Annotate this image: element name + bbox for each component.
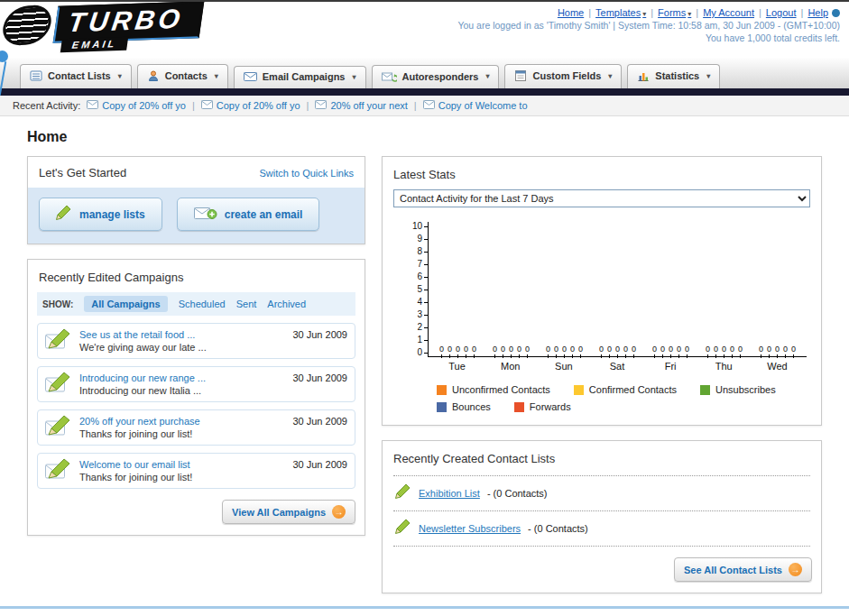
recent-activity-item[interactable]: Copy of Welcome to [423, 100, 528, 111]
see-all-contact-lists-button[interactable]: See All Contact Lists → [674, 557, 812, 582]
chart-y-tick: 10 [408, 222, 428, 231]
legend-item: Confirmed Contacts [574, 384, 677, 395]
chart-x-label: Thu [697, 361, 751, 372]
tab-autoresponders[interactable]: Autoresponders ▾ [372, 65, 500, 88]
legend-item: Bounces [437, 401, 491, 412]
chart-day-group: 00000 [538, 345, 591, 356]
left-column: Let's Get Started Switch to Quick Links … [27, 156, 365, 536]
top-link-help[interactable]: Help [807, 7, 828, 18]
get-started-title: Let's Get Started [39, 166, 126, 179]
filter-scheduled[interactable]: Scheduled [179, 299, 226, 309]
chart-day-group: 00000 [751, 345, 804, 356]
arrow-circle-icon: → [332, 505, 346, 519]
contact-list-link[interactable]: Newsletter Subscribers [419, 523, 521, 534]
top-link-logout[interactable]: Logout [766, 7, 797, 18]
tab-custom-fields[interactable]: Custom Fields ▾ [504, 64, 622, 88]
main-content: Home Let's Get Started Switch to Quick L… [0, 116, 849, 593]
recent-activity-item[interactable]: Copy of 20% off yo [201, 100, 300, 111]
legend-swatch [514, 402, 524, 412]
chart-day-group: 00000 [431, 345, 484, 356]
view-all-campaigns-button[interactable]: View All Campaigns → [222, 500, 355, 524]
campaign-subtitle: Thanks for joining our list! [79, 428, 347, 439]
create-email-button[interactable]: create an email [177, 198, 320, 231]
contacts-icon [147, 69, 160, 82]
campaigns-panel-title: Recently Edited Campaigns [39, 271, 183, 284]
page-title: Home [27, 129, 822, 145]
top-nav: Home| Templates▾| Forms▾| My Account| Lo… [558, 7, 840, 18]
filter-archived[interactable]: Archived [267, 299, 306, 309]
recent-campaigns-panel: Recently Edited Campaigns SHOW: All Camp… [27, 259, 365, 536]
get-started-panel: Let's Get Started Switch to Quick Links … [27, 156, 365, 244]
main-nav: Contact Lists ▾ Contacts ▾ Email Campaig… [0, 58, 849, 88]
campaign-subtitle: Introducing our new Italia ... [79, 385, 347, 396]
chevron-down-icon: ▾ [352, 73, 355, 81]
tab-statistics[interactable]: Statistics ▾ [627, 64, 720, 88]
chart-x-label: Mon [484, 361, 537, 372]
tab-label: Custom Fields [532, 70, 601, 81]
recent-activity-link[interactable]: Copy of Welcome to [438, 100, 528, 111]
top-link-my-account[interactable]: My Account [703, 7, 754, 18]
envelope-icon [87, 100, 98, 111]
chart-x-label: Tue [430, 361, 484, 372]
pencil-icon [395, 483, 411, 503]
recent-activity-item[interactable]: Copy of 20% off yo [87, 100, 186, 111]
campaign-item[interactable]: 20% off your next purchase Thanks for jo… [37, 409, 355, 446]
header-right: Home| Templates▾| Forms▾| My Account| Lo… [457, 2, 840, 58]
legend-item: Forwards [514, 401, 571, 412]
campaign-item[interactable]: Welcome to our email list Thanks for joi… [37, 453, 355, 489]
tab-label: Email Campaigns [263, 71, 346, 82]
tab-email-campaigns[interactable]: Email Campaigns ▾ [234, 66, 366, 88]
top-link-templates[interactable]: Templates▾ [595, 7, 646, 18]
app-logo[interactable]: TURBO EMAIL [0, 2, 262, 58]
chevron-down-icon: ▾ [642, 10, 646, 18]
contact-list-count: - (0 Contacts) [487, 488, 548, 499]
top-link-forms[interactable]: Forms▾ [658, 7, 691, 18]
stats-period-select[interactable]: Contact Activity for the Last 7 Days [393, 189, 810, 207]
tab-contacts[interactable]: Contacts ▾ [137, 64, 228, 88]
chart-day-group: 00000 [484, 345, 538, 356]
chart-y-tick: 5 [408, 285, 428, 294]
recent-activity-link[interactable]: 20% off your next [330, 100, 407, 111]
filter-sent[interactable]: Sent [236, 299, 257, 309]
envelope-icon [315, 100, 327, 111]
chart-x-label: Wed [751, 361, 804, 372]
chevron-down-icon: ▾ [118, 72, 122, 80]
chart-x-label: Sat [590, 361, 643, 372]
manage-lists-button[interactable]: manage lists [39, 198, 162, 231]
tab-contact-lists[interactable]: Contact Lists ▾ [20, 64, 132, 88]
envelope-icon [423, 100, 435, 111]
campaign-date: 30 Jun 2009 [292, 416, 347, 427]
switch-quick-links[interactable]: Switch to Quick Links [259, 168, 354, 179]
tab-label: Statistics [655, 70, 699, 81]
campaign-item[interactable]: See us at the retail food ... We're givi… [37, 323, 355, 359]
chart-plot-groups: 00000000000000000000000000000000000 [429, 222, 807, 356]
top-link-home[interactable]: Home [558, 7, 584, 18]
help-status-icon[interactable] [832, 9, 840, 17]
filter-all-campaigns[interactable]: All Campaigns [84, 296, 167, 312]
latest-stats-panel: Latest Stats Contact Activity for the La… [382, 156, 822, 426]
recent-activity-link[interactable]: Copy of 20% off yo [217, 100, 300, 111]
chart-y-tick: 7 [408, 260, 428, 269]
pencil-icon [56, 205, 72, 224]
contact-list: Exhibition List - (0 Contacts) Newslette… [393, 475, 810, 547]
legend-swatch [437, 385, 447, 395]
logo-subtitle: EMAIL [60, 37, 129, 53]
contact-list-item[interactable]: Exhibition List - (0 Contacts) [393, 475, 810, 510]
chart-legend: Unconfirmed Contacts Confirmed Contacts … [437, 384, 821, 412]
envelope-icon [201, 100, 213, 111]
envelope-pencil-icon [45, 328, 72, 354]
right-column: Latest Stats Contact Activity for the La… [382, 156, 822, 593]
recent-activity-item[interactable]: 20% off your next [315, 100, 407, 111]
campaign-list: See us at the retail food ... We're givi… [28, 323, 365, 489]
legend-item: Unconfirmed Contacts [437, 384, 550, 395]
logo-swirl-icon [0, 4, 54, 47]
chart-y-tick: 9 [408, 234, 428, 244]
chart-x-label: Sun [537, 361, 590, 372]
campaign-item[interactable]: Introducing our new range ... Introducin… [37, 366, 355, 402]
envelope-pencil-icon [45, 415, 72, 440]
contact-list-link[interactable]: Exhibition List [419, 488, 480, 499]
contact-list-item[interactable]: Newsletter Subscribers - (0 Contacts) [393, 510, 810, 547]
app-page: TURBO EMAIL Home| Templates▾| Forms▾| My… [0, 0, 849, 616]
stats-panel-title: Latest Stats [393, 168, 456, 181]
recent-activity-link[interactable]: Copy of 20% off yo [102, 100, 186, 111]
